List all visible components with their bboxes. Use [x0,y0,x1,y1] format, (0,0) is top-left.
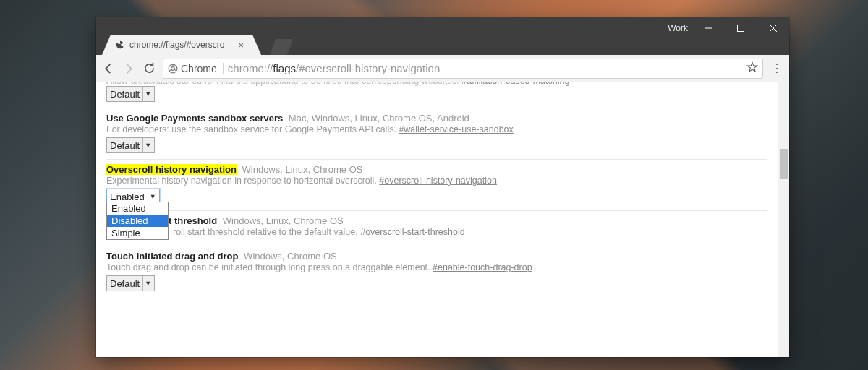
flag-description: Allow credentials stored for Android app… [106,82,767,86]
close-button[interactable] [757,17,789,38]
window-controls [692,17,789,38]
flag-item: Use Google Payments sandbox servers Mac,… [106,108,767,160]
flag-item: Allow credentials stored for Android app… [106,82,767,108]
window-profile-label: Work [668,23,688,33]
flag-item: t threshold Windows, Linux, Chrome OS ro… [106,211,767,246]
flag-platforms: Mac, Windows, Linux, Chrome OS, Android [289,113,469,124]
flag-dropdown[interactable]: Default ▼ [106,137,155,153]
flag-dropdown-value: Default [110,140,140,151]
flag-title: t threshold [169,215,217,226]
tabstrip: chrome://flags/#overscro × [96,32,293,55]
flag-dropdown-value: Default [110,89,140,100]
flag-platforms: Windows, Linux, Chrome OS [223,215,344,226]
svg-rect-1 [737,25,744,31]
flag-title: Use Google Payments sandbox servers [106,113,283,124]
forward-button[interactable] [122,62,135,75]
site-chip[interactable]: Chrome [168,63,224,74]
flag-dropdown-value: Default [110,278,140,289]
flag-anchor-link[interactable]: #overscroll-history-navigation [379,176,497,186]
chevron-down-icon: ▼ [142,87,153,101]
svg-line-9 [174,69,176,71]
svg-point-4 [119,44,122,46]
scrollbar[interactable] [778,82,789,357]
new-tab-button[interactable] [270,39,293,55]
flag-dropdown[interactable]: Default ▼ [106,86,155,102]
flag-anchor-link[interactable]: #overscroll-start-threshold [360,227,465,237]
titlebar: Work [96,17,789,55]
flag-title: Touch initiated drag and drop [106,251,238,262]
flag-item: Touch initiated drag and drop Windows, C… [106,246,767,297]
radiation-icon [115,40,125,50]
flag-anchor-link[interactable]: #wallet-service-use-sandbox [399,124,513,134]
tab-close-icon[interactable]: × [238,40,244,51]
back-button[interactable] [102,62,115,75]
url-text: chrome://flags/#overscroll-history-navig… [228,62,440,74]
maximize-button[interactable] [724,17,757,38]
dropdown-option[interactable]: Simple [107,227,168,239]
bookmark-star-icon[interactable] [746,61,758,75]
address-bar[interactable]: Chrome chrome://flags/#overscroll-histor… [163,59,763,79]
dropdown-option[interactable]: Enabled [107,202,168,215]
flag-description: For developers: use the sandbox service … [106,124,767,134]
toolbar: Chrome chrome://flags/#overscroll-histor… [96,55,789,82]
desktop-wallpaper: Work [0,0,868,370]
browser-tab[interactable]: chrome://flags/#overscro × [102,35,261,55]
flag-description: roll start threshold relative to the def… [106,227,767,237]
scrollbar-thumb[interactable] [780,149,788,179]
dropdown-option[interactable]: Disabled [107,215,168,227]
dropdown-listbox[interactable]: Enabled Disabled Simple [106,202,169,240]
flag-platforms: Windows, Chrome OS [244,251,337,262]
flag-platforms: Windows, Linux, Chrome OS [242,164,363,175]
chevron-down-icon: ▼ [142,276,153,291]
minimize-button[interactable] [692,17,724,38]
flag-description: Experimental history navigation in respo… [106,176,767,186]
flag-anchor-link[interactable]: #affiliation-based-matching [461,82,569,86]
tab-title: chrome://flags/#overscro [129,40,224,50]
flag-title: Overscroll history navigation [106,164,237,175]
menu-button[interactable]: ⋮ [770,61,783,75]
flag-anchor-link[interactable]: #enable-touch-drag-drop [433,262,532,272]
flag-dropdown-value: Enabled [110,192,145,202]
page-content: Allow credentials stored for Android app… [96,82,789,357]
flag-item: Overscroll history navigation Windows, L… [106,160,767,211]
svg-point-6 [171,66,175,70]
reload-button[interactable] [142,62,156,75]
site-chip-label: Chrome [181,63,217,74]
svg-line-8 [169,69,171,71]
chrome-icon [168,64,178,74]
flag-description: Touch drag and drop can be initiated thr… [106,262,767,272]
flag-dropdown[interactable]: Default ▼ [106,275,155,291]
chevron-down-icon: ▼ [142,138,153,152]
chrome-window: Work [96,17,789,357]
